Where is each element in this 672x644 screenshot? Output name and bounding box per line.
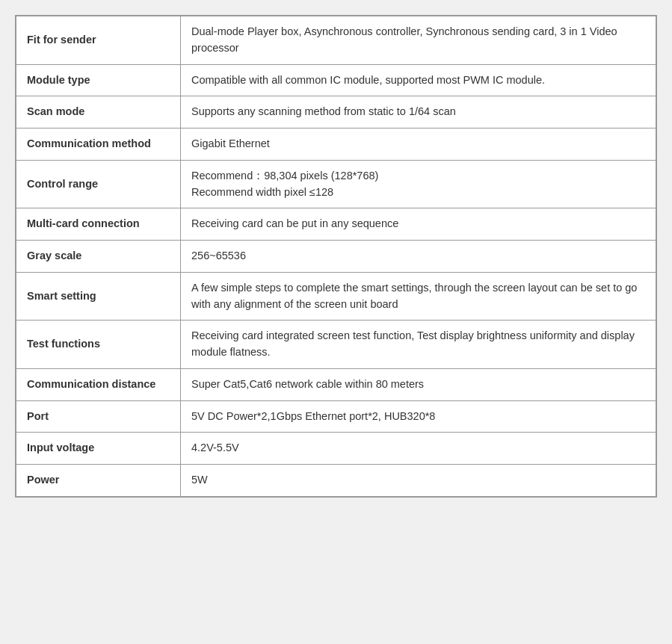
table-row: Input voltage4.2V-5.5V (16, 433, 656, 465)
table-row: Multi-card connectionReceiving card can … (16, 208, 656, 241)
label-fit-for-sender: Fit for sender (16, 16, 181, 65)
table-row: Gray scale256~65536 (16, 241, 656, 273)
table-row: Fit for senderDual-mode Player box, Asyn… (16, 16, 656, 65)
label-input-voltage: Input voltage (16, 433, 181, 465)
label-smart-setting: Smart setting (16, 272, 181, 321)
label-module-type: Module type (16, 64, 181, 96)
label-test-functions: Test functions (16, 321, 181, 369)
value-scan-mode: Supports any scanning method from static… (181, 96, 656, 129)
value-smart-setting: A few simple steps to complete the smart… (181, 272, 656, 321)
value-input-voltage: 4.2V-5.5V (181, 433, 656, 465)
label-communication-distance: Communication distance (16, 368, 181, 400)
value-fit-for-sender: Dual-mode Player box, Asynchronous contr… (181, 16, 656, 65)
label-port: Port (16, 400, 181, 433)
value-module-type: Compatible with all common IC module, su… (181, 64, 656, 96)
specs-table-container: Fit for senderDual-mode Player box, Asyn… (15, 15, 657, 498)
label-multi-card-connection: Multi-card connection (16, 208, 181, 241)
table-row: Communication methodGigabit Ethernet (16, 129, 656, 161)
table-row: Power5W (16, 465, 656, 497)
value-test-functions: Receiving card integrated screen test fu… (181, 321, 656, 369)
table-row: Port5V DC Power*2,1Gbps Ethernet port*2,… (16, 400, 656, 433)
table-row: Smart settingA few simple steps to compl… (16, 272, 656, 321)
label-control-range: Control range (16, 160, 181, 208)
table-row: Test functionsReceiving card integrated … (16, 321, 656, 369)
value-gray-scale: 256~65536 (181, 241, 656, 273)
label-gray-scale: Gray scale (16, 241, 181, 273)
specs-table: Fit for senderDual-mode Player box, Asyn… (16, 16, 656, 497)
table-row: Module typeCompatible with all common IC… (16, 64, 656, 96)
table-row: Scan modeSupports any scanning method fr… (16, 96, 656, 129)
table-row: Control rangeRecommend：98,304 pixels (12… (16, 160, 656, 208)
value-multi-card-connection: Receiving card can be put in any sequenc… (181, 208, 656, 241)
value-control-range: Recommend：98,304 pixels (128*768)Recomme… (181, 160, 656, 208)
label-power: Power (16, 465, 181, 497)
value-power: 5W (181, 465, 656, 497)
value-port: 5V DC Power*2,1Gbps Ethernet port*2, HUB… (181, 400, 656, 433)
table-row: Communication distanceSuper Cat5,Cat6 ne… (16, 368, 656, 400)
label-scan-mode: Scan mode (16, 96, 181, 129)
value-communication-method: Gigabit Ethernet (181, 129, 656, 161)
value-communication-distance: Super Cat5,Cat6 network cable within 80 … (181, 368, 656, 400)
label-communication-method: Communication method (16, 129, 181, 161)
